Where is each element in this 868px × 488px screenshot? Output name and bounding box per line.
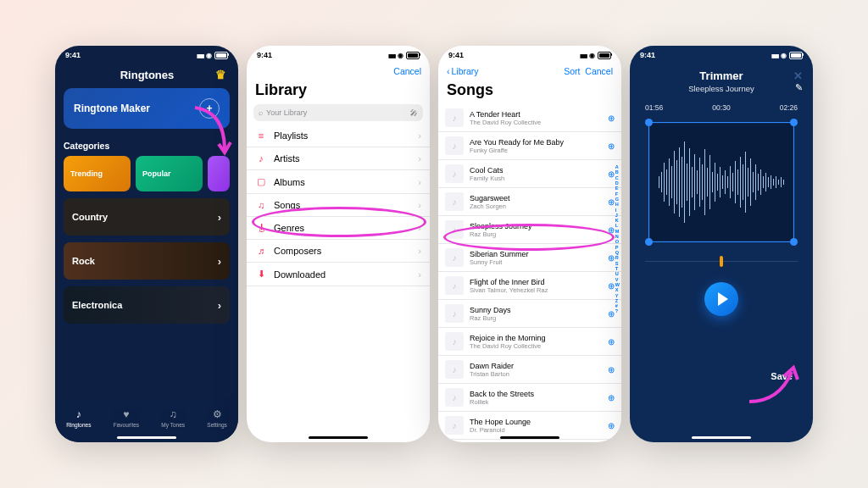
download-icon[interactable]: ⊕ (608, 281, 615, 291)
search-icon: ⌕ (259, 108, 263, 117)
chip-more[interactable] (208, 156, 230, 191)
song-title: Are You Ready for Me Baby (470, 138, 602, 147)
song-art: ♪ (445, 164, 464, 183)
row-icon: ♬ (255, 246, 267, 256)
page-title: Songs (438, 80, 621, 104)
mic-icon[interactable]: 🎤︎ (410, 108, 418, 117)
song-row[interactable]: ♪Sunny DaysRaz Burg⊕ (438, 300, 621, 328)
download-icon[interactable]: ⊕ (608, 309, 615, 319)
song-row[interactable]: ♪Sleepless JourneyRaz Burg⊕ (438, 216, 621, 244)
wifi-icon (398, 51, 403, 59)
tab-mytones[interactable]: ♫My Tones (161, 408, 185, 428)
download-icon[interactable]: ⊕ (608, 225, 615, 235)
download-icon[interactable]: ⊕ (608, 169, 615, 179)
download-icon[interactable]: ⊕ (608, 114, 615, 123)
song-art: ♪ (445, 332, 464, 351)
genre-electronica[interactable]: Electronica› (64, 286, 230, 324)
song-row[interactable]: ♪A Tender HeartThe David Roy Collective⊕ (438, 104, 621, 132)
annotation-arrow (745, 359, 804, 410)
library-row-songs[interactable]: ♫Songs› (247, 194, 430, 217)
home-indicator[interactable] (117, 436, 176, 439)
trim-handle-tr[interactable] (790, 119, 798, 126)
index-letter[interactable]: ? (615, 308, 620, 313)
song-artist: Raz Burg (470, 230, 602, 238)
download-icon[interactable]: ⊕ (608, 253, 615, 263)
tab-favourites[interactable]: ♥Favourites (114, 408, 139, 428)
seek-thumb[interactable] (720, 256, 723, 267)
genre-rock[interactable]: Rock› (64, 242, 230, 280)
waveform-trimmer[interactable] (645, 119, 798, 246)
row-icon: ♫ (255, 200, 267, 210)
trim-handle-tl[interactable] (645, 119, 653, 126)
ringtone-maker-card[interactable]: Ringtone Maker + (64, 88, 230, 129)
song-row[interactable]: ♪Back to the StreetsRoillek⊕ (438, 384, 621, 412)
chip-trending[interactable]: Trending (64, 156, 131, 191)
chip-popular[interactable]: Popular (136, 156, 203, 191)
song-title: Flight of the Inner Bird (470, 278, 602, 286)
library-row-albums[interactable]: ▢Albums› (247, 170, 430, 194)
download-icon[interactable]: ⊕ (608, 365, 615, 374)
battery-icon (789, 52, 803, 59)
library-row-composers[interactable]: ♬Composers› (247, 240, 430, 263)
status-time: 9:41 (65, 51, 81, 59)
cancel-button[interactable]: Cancel (393, 66, 421, 76)
trim-handle-bl[interactable] (645, 238, 653, 246)
status-indicators (580, 51, 611, 59)
status-indicators (197, 51, 228, 59)
time-start: 01:56 (645, 103, 663, 112)
play-button[interactable] (704, 282, 738, 316)
row-icon: 🎸︎ (255, 223, 267, 233)
ringtones-icon: ♪ (76, 408, 81, 420)
tab-ringtones[interactable]: ♪Ringtones (66, 408, 91, 428)
wifi-icon (781, 51, 787, 59)
download-icon[interactable]: ⊕ (608, 393, 615, 402)
song-row[interactable]: ♪Rejoice in the MorningThe David Roy Col… (438, 328, 621, 356)
home-indicator[interactable] (500, 436, 559, 439)
song-row[interactable]: ♪Flight of the Inner BirdSivan Talmor, Y… (438, 272, 621, 300)
download-icon[interactable]: ⊕ (608, 197, 615, 207)
song-row[interactable]: ♪Dawn RaiderTristan Barton⊕ (438, 356, 621, 384)
library-row-playlists[interactable]: ≡Playlists› (247, 125, 430, 147)
song-artist: Funky Giraffe (470, 147, 602, 154)
add-button[interactable]: + (199, 98, 220, 119)
phone-songs: 9:41 ‹Library Sort Cancel Songs ♪A Tende… (438, 46, 621, 442)
row-label: Artists (274, 153, 300, 164)
tab-settings[interactable]: ⚙Settings (207, 408, 227, 428)
sort-button[interactable]: Sort (564, 66, 580, 76)
crown-icon[interactable]: ♛ (215, 68, 226, 81)
edit-icon[interactable]: ✎ (795, 82, 803, 93)
library-row-downloaded[interactable]: ⬇Downloaded› (247, 263, 430, 286)
song-row[interactable]: ♪SugarsweetZach Sorgen⊕ (438, 188, 621, 216)
song-row[interactable]: ♪Are You Ready for Me BabyFunky Giraffe⊕ (438, 132, 621, 160)
song-row[interactable]: ♪Cool CatsFamily Kush⊕ (438, 160, 621, 188)
close-icon[interactable]: ✕ (793, 69, 803, 82)
song-row[interactable]: ♪Siberian SummerSunny Fruit⊕ (438, 244, 621, 272)
nav-bar: Cancel (247, 64, 430, 80)
row-label: Playlists (274, 130, 308, 141)
alphabet-index[interactable]: ABCDEFGHIJKLMNOPQRSTUVWXYZ#? (615, 164, 620, 314)
status-time: 9:41 (640, 51, 655, 59)
library-row-artists[interactable]: ♪Artists› (247, 147, 430, 170)
seek-slider[interactable] (645, 261, 798, 262)
home-indicator[interactable] (309, 436, 368, 439)
chevron-right-icon: › (418, 246, 421, 256)
status-indicators (388, 51, 420, 59)
library-row-genres[interactable]: 🎸︎Genres› (247, 217, 430, 240)
genre-country[interactable]: Country› (64, 198, 230, 236)
song-art: ♪ (445, 276, 464, 295)
back-button[interactable]: ‹Library (447, 66, 479, 76)
search-field[interactable]: ⌕Your Library🎤︎ (253, 104, 423, 121)
download-icon[interactable]: ⊕ (608, 337, 615, 347)
row-label: Genres (274, 223, 304, 233)
chevron-right-icon: › (418, 200, 421, 210)
download-icon[interactable]: ⊕ (608, 421, 615, 430)
time-end: 02:26 (780, 103, 798, 112)
phone-library: 9:41 Cancel Library ⌕Your Library🎤︎ ≡Pla… (247, 46, 430, 442)
person-icon: ♫ (170, 408, 177, 420)
cancel-button[interactable]: Cancel (585, 66, 613, 76)
song-title: Cool Cats (470, 166, 602, 175)
trim-handle-br[interactable] (790, 238, 798, 246)
download-icon[interactable]: ⊕ (608, 141, 615, 151)
save-button[interactable]: Save (771, 371, 793, 381)
home-indicator[interactable] (692, 436, 751, 439)
